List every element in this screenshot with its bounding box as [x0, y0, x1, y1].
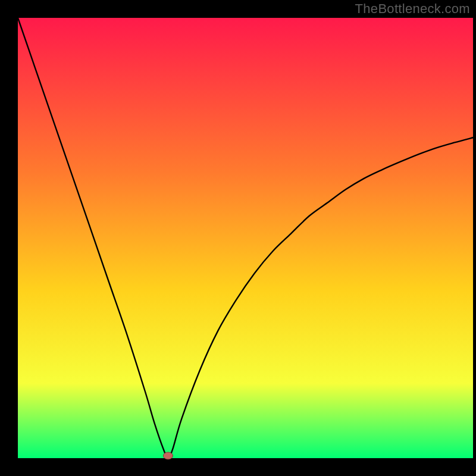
- plot-background: [18, 18, 473, 458]
- chart-frame: { "watermark": "TheBottleneck.com", "col…: [0, 0, 476, 476]
- optimal-point-marker: [163, 452, 173, 459]
- bottleneck-chart: [0, 0, 476, 476]
